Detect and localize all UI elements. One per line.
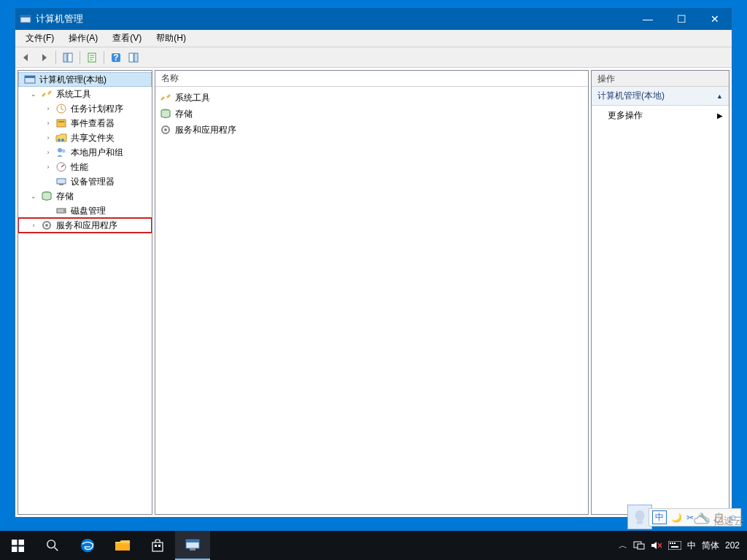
svg-rect-39 [155,545,157,547]
back-button[interactable] [18,50,34,66]
svg-point-23 [63,210,65,211]
svg-rect-2 [63,53,67,62]
moon-icon[interactable]: 🌙 [671,513,682,523]
expander-icon[interactable]: ⌄ [28,89,39,99]
svg-rect-3 [68,53,72,62]
help-button[interactable]: ? [108,50,124,66]
forward-button[interactable] [36,50,52,66]
tree-services-apps[interactable]: › 服务和应用程序 [18,218,152,233]
menu-help[interactable]: 帮助(H) [149,30,193,47]
tree-task-scheduler[interactable]: › 任务计划程序 [18,101,152,116]
menubar: 文件(F) 操作(A) 查看(V) 帮助(H) [15,30,732,47]
taskbar-computer-management[interactable] [175,531,210,560]
tree-local-users[interactable]: › 本地用户和组 [18,145,152,160]
ime-mode[interactable]: 简体 [702,540,719,552]
expander-icon[interactable]: › [43,118,53,128]
tree-event-viewer[interactable]: › 事件查看器 [18,116,152,131]
app-icon [20,13,31,25]
show-hide-action-button[interactable] [125,50,142,66]
tray-network-icon[interactable] [633,540,645,551]
tray-volume-muted-icon[interactable] [651,540,662,551]
expander-icon[interactable]: › [43,162,53,172]
svg-rect-32 [18,540,23,545]
tree-disk-management[interactable]: 磁盘管理 [18,203,152,218]
tree-storage[interactable]: ⌄ 存储 [18,189,152,203]
svg-rect-10 [25,76,35,78]
tree-performance[interactable]: › 性能 [18,160,152,174]
explorer-button[interactable] [105,531,140,560]
tools-icon [41,88,53,100]
event-icon [55,117,67,129]
menu-view[interactable]: 查看(V) [105,30,149,47]
ime-mode[interactable]: 中 [652,510,667,524]
list-label: 服务和应用程序 [175,124,236,136]
tree-label: 计算机管理(本地) [38,74,108,86]
svg-point-16 [58,148,62,152]
titlebar[interactable]: 计算机管理 — ☐ ✕ [15,8,732,30]
svg-rect-34 [18,546,23,551]
storage-icon [41,190,53,202]
shared-folder-icon [55,132,67,144]
tray-chevron-up-icon[interactable]: ︿ [619,540,627,552]
tree-root[interactable]: 计算机管理(本地) [18,72,152,87]
toolbar-separator [104,51,104,64]
tree-system-tools[interactable]: ⌄ 系统工具 [18,87,152,101]
expander-icon[interactable]: › [43,147,53,158]
expander-icon[interactable]: › [43,104,53,114]
svg-rect-48 [672,542,673,544]
tree-label: 本地用户和组 [69,147,125,159]
clock-icon [55,103,67,114]
actions-header: 操作 [592,71,729,87]
close-button[interactable]: ✕ [698,8,732,30]
tree-label: 性能 [69,161,90,174]
tools-icon [160,92,171,104]
svg-rect-40 [158,545,160,547]
list-panel: 名称 系统工具 存储 服务和应用程序 [155,70,589,515]
ime-lang[interactable]: 中 [687,540,696,552]
start-button[interactable] [0,531,35,560]
show-hide-tree-button[interactable] [60,50,76,66]
storage-icon [160,108,171,120]
list-item-storage[interactable]: 存储 [155,106,588,122]
expander-icon[interactable]: ⌄ [28,191,39,201]
expander-icon[interactable]: › [43,133,53,143]
svg-rect-8 [134,53,138,62]
menu-action[interactable]: 操作(A) [61,30,105,47]
performance-icon [55,161,67,173]
clock[interactable]: 202 [725,540,740,551]
maximize-button[interactable]: ☐ [665,8,698,30]
svg-rect-13 [58,121,64,122]
svg-rect-1 [20,15,31,18]
actions-group[interactable]: 计算机管理(本地) ▲ [592,87,729,106]
expander-icon[interactable]: › [28,220,39,230]
svg-point-30 [636,521,643,525]
disk-icon [55,205,67,217]
actions-more[interactable]: 更多操作 ▶ [592,106,729,125]
svg-rect-50 [671,546,678,548]
svg-rect-20 [59,184,63,185]
watermark: 亿速云 [693,515,744,528]
svg-point-35 [47,540,55,548]
search-button[interactable] [35,531,70,560]
tree-shared-folders[interactable]: › 共享文件夹 [18,131,152,145]
list-header-name[interactable]: 名称 [155,71,588,87]
svg-rect-46 [668,541,681,550]
svg-point-17 [62,149,66,153]
list-item-services-apps[interactable]: 服务和应用程序 [155,122,588,138]
store-button[interactable] [140,531,175,560]
services-icon [41,219,53,231]
tree-label: 事件查看器 [69,117,116,130]
arrow-right-icon: ▶ [717,112,723,120]
tree-device-manager[interactable]: 设备管理器 [18,174,152,189]
users-icon [55,147,67,158]
svg-rect-31 [12,540,17,545]
tray-keyboard-icon[interactable] [668,541,681,550]
tree-label: 系统工具 [55,88,93,101]
edge-button[interactable] [70,531,105,560]
tree-label: 存储 [55,190,75,203]
actions-group-label: 计算机管理(本地) [597,90,665,102]
list-item-system-tools[interactable]: 系统工具 [155,90,588,106]
properties-button[interactable] [84,50,100,66]
minimize-button[interactable]: — [631,8,665,30]
menu-file[interactable]: 文件(F) [18,30,61,47]
